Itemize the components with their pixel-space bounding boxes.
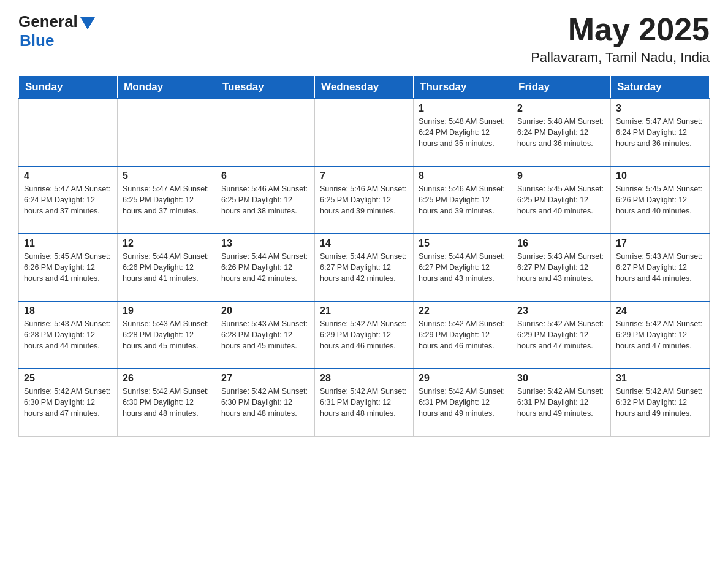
calendar-cell [315, 99, 414, 166]
day-info: Sunrise: 5:45 AM Sunset: 6:25 PM Dayligh… [517, 183, 605, 216]
day-info: Sunrise: 5:42 AM Sunset: 6:31 PM Dayligh… [320, 386, 408, 419]
day-number: 6 [221, 170, 309, 182]
day-info: Sunrise: 5:42 AM Sunset: 6:29 PM Dayligh… [320, 318, 408, 351]
day-number: 30 [517, 373, 605, 384]
day-number: 26 [123, 373, 211, 384]
day-info: Sunrise: 5:42 AM Sunset: 6:29 PM Dayligh… [616, 318, 704, 351]
day-number: 12 [123, 238, 211, 249]
calendar-cell: 3Sunrise: 5:47 AM Sunset: 6:24 PM Daylig… [611, 99, 710, 166]
calendar-cell [19, 99, 118, 166]
calendar-cell: 16Sunrise: 5:43 AM Sunset: 6:27 PM Dayli… [512, 234, 611, 301]
day-info: Sunrise: 5:42 AM Sunset: 6:30 PM Dayligh… [24, 386, 112, 419]
calendar-week-1: 1Sunrise: 5:48 AM Sunset: 6:24 PM Daylig… [19, 99, 710, 166]
calendar-cell [118, 99, 216, 166]
day-info: Sunrise: 5:43 AM Sunset: 6:27 PM Dayligh… [517, 251, 605, 284]
calendar-cell: 30Sunrise: 5:42 AM Sunset: 6:31 PM Dayli… [512, 369, 611, 436]
day-number: 1 [419, 103, 507, 114]
day-number: 13 [221, 238, 309, 249]
calendar-header: SundayMondayTuesdayWednesdayThursdayFrid… [19, 76, 710, 99]
day-info: Sunrise: 5:42 AM Sunset: 6:31 PM Dayligh… [517, 386, 605, 419]
calendar-cell: 22Sunrise: 5:42 AM Sunset: 6:29 PM Dayli… [414, 301, 512, 369]
day-info: Sunrise: 5:47 AM Sunset: 6:25 PM Dayligh… [123, 183, 211, 216]
weekday-header-row: SundayMondayTuesdayWednesdayThursdayFrid… [19, 76, 710, 99]
day-number: 15 [419, 238, 507, 249]
day-info: Sunrise: 5:44 AM Sunset: 6:26 PM Dayligh… [221, 251, 309, 284]
day-number: 29 [419, 373, 507, 384]
calendar-cell [216, 99, 315, 166]
day-info: Sunrise: 5:44 AM Sunset: 6:26 PM Dayligh… [123, 251, 211, 284]
day-info: Sunrise: 5:42 AM Sunset: 6:29 PM Dayligh… [517, 318, 605, 351]
calendar-cell: 1Sunrise: 5:48 AM Sunset: 6:24 PM Daylig… [414, 99, 512, 166]
day-number: 19 [123, 305, 211, 316]
calendar-week-3: 11Sunrise: 5:45 AM Sunset: 6:26 PM Dayli… [19, 234, 710, 301]
day-info: Sunrise: 5:47 AM Sunset: 6:24 PM Dayligh… [24, 183, 112, 216]
day-info: Sunrise: 5:42 AM Sunset: 6:31 PM Dayligh… [419, 386, 507, 419]
day-info: Sunrise: 5:44 AM Sunset: 6:27 PM Dayligh… [320, 251, 408, 284]
calendar-table: SundayMondayTuesdayWednesdayThursdayFrid… [18, 75, 710, 437]
day-number: 20 [221, 305, 309, 316]
calendar-cell: 17Sunrise: 5:43 AM Sunset: 6:27 PM Dayli… [611, 234, 710, 301]
day-info: Sunrise: 5:42 AM Sunset: 6:32 PM Dayligh… [616, 386, 704, 419]
day-number: 9 [517, 170, 605, 182]
month-title: May 2025 [531, 12, 710, 47]
day-number: 22 [419, 305, 507, 316]
logo-blue-text: Blue [20, 31, 54, 50]
calendar-body: 1Sunrise: 5:48 AM Sunset: 6:24 PM Daylig… [19, 99, 710, 436]
day-info: Sunrise: 5:46 AM Sunset: 6:25 PM Dayligh… [221, 183, 309, 216]
day-info: Sunrise: 5:42 AM Sunset: 6:30 PM Dayligh… [221, 386, 309, 419]
day-number: 5 [123, 170, 211, 182]
day-info: Sunrise: 5:48 AM Sunset: 6:24 PM Dayligh… [419, 116, 507, 149]
day-info: Sunrise: 5:47 AM Sunset: 6:24 PM Dayligh… [616, 116, 704, 149]
day-number: 21 [320, 305, 408, 316]
calendar-cell: 25Sunrise: 5:42 AM Sunset: 6:30 PM Dayli… [19, 369, 118, 436]
day-info: Sunrise: 5:44 AM Sunset: 6:27 PM Dayligh… [419, 251, 507, 284]
day-info: Sunrise: 5:45 AM Sunset: 6:26 PM Dayligh… [616, 183, 704, 216]
logo-arrow-icon [80, 17, 95, 29]
day-info: Sunrise: 5:43 AM Sunset: 6:28 PM Dayligh… [221, 318, 309, 351]
day-number: 25 [24, 373, 112, 384]
weekday-header-sunday: Sunday [19, 76, 118, 99]
day-info: Sunrise: 5:43 AM Sunset: 6:28 PM Dayligh… [24, 318, 112, 351]
calendar-cell: 6Sunrise: 5:46 AM Sunset: 6:25 PM Daylig… [216, 166, 315, 234]
calendar-cell: 4Sunrise: 5:47 AM Sunset: 6:24 PM Daylig… [19, 166, 118, 234]
calendar-cell: 13Sunrise: 5:44 AM Sunset: 6:26 PM Dayli… [216, 234, 315, 301]
title-block: May 2025 Pallavaram, Tamil Nadu, India [531, 12, 710, 66]
calendar-cell: 28Sunrise: 5:42 AM Sunset: 6:31 PM Dayli… [315, 369, 414, 436]
calendar-cell: 31Sunrise: 5:42 AM Sunset: 6:32 PM Dayli… [611, 369, 710, 436]
calendar-cell: 24Sunrise: 5:42 AM Sunset: 6:29 PM Dayli… [611, 301, 710, 369]
day-info: Sunrise: 5:48 AM Sunset: 6:24 PM Dayligh… [517, 116, 605, 149]
calendar-cell: 11Sunrise: 5:45 AM Sunset: 6:26 PM Dayli… [19, 234, 118, 301]
day-info: Sunrise: 5:43 AM Sunset: 6:27 PM Dayligh… [616, 251, 704, 284]
day-number: 2 [517, 103, 605, 114]
day-number: 10 [616, 170, 704, 182]
calendar-cell: 7Sunrise: 5:46 AM Sunset: 6:25 PM Daylig… [315, 166, 414, 234]
page-header: General Blue May 2025 Pallavaram, Tamil … [18, 12, 710, 66]
weekday-header-friday: Friday [512, 76, 611, 99]
calendar-cell: 23Sunrise: 5:42 AM Sunset: 6:29 PM Dayli… [512, 301, 611, 369]
calendar-cell: 21Sunrise: 5:42 AM Sunset: 6:29 PM Dayli… [315, 301, 414, 369]
day-number: 27 [221, 373, 309, 384]
calendar-cell: 5Sunrise: 5:47 AM Sunset: 6:25 PM Daylig… [118, 166, 216, 234]
location-title: Pallavaram, Tamil Nadu, India [531, 50, 710, 66]
calendar-cell: 2Sunrise: 5:48 AM Sunset: 6:24 PM Daylig… [512, 99, 611, 166]
day-number: 14 [320, 238, 408, 249]
logo-general-text: General [18, 12, 78, 31]
day-number: 17 [616, 238, 704, 249]
day-info: Sunrise: 5:42 AM Sunset: 6:30 PM Dayligh… [123, 386, 211, 419]
calendar-cell: 10Sunrise: 5:45 AM Sunset: 6:26 PM Dayli… [611, 166, 710, 234]
day-info: Sunrise: 5:42 AM Sunset: 6:29 PM Dayligh… [419, 318, 507, 351]
day-info: Sunrise: 5:46 AM Sunset: 6:25 PM Dayligh… [320, 183, 408, 216]
calendar-cell: 20Sunrise: 5:43 AM Sunset: 6:28 PM Dayli… [216, 301, 315, 369]
day-number: 4 [24, 170, 112, 182]
day-number: 31 [616, 373, 704, 384]
calendar-cell: 8Sunrise: 5:46 AM Sunset: 6:25 PM Daylig… [414, 166, 512, 234]
day-number: 11 [24, 238, 112, 249]
calendar-cell: 14Sunrise: 5:44 AM Sunset: 6:27 PM Dayli… [315, 234, 414, 301]
day-number: 18 [24, 305, 112, 316]
day-number: 16 [517, 238, 605, 249]
day-number: 28 [320, 373, 408, 384]
weekday-header-wednesday: Wednesday [315, 76, 414, 99]
calendar-week-4: 18Sunrise: 5:43 AM Sunset: 6:28 PM Dayli… [19, 301, 710, 369]
day-number: 24 [616, 305, 704, 316]
day-number: 3 [616, 103, 704, 114]
